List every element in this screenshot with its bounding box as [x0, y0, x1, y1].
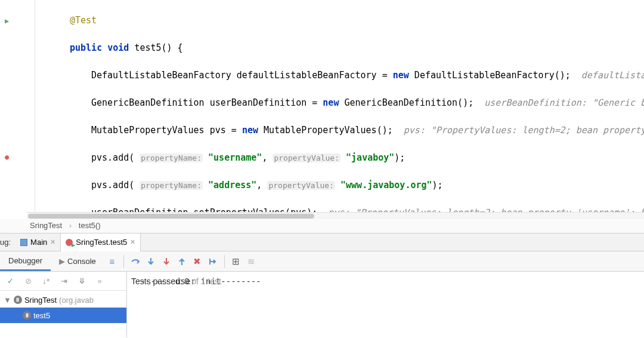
show-passed-icon[interactable]: ✓	[4, 275, 17, 288]
chevron-down-icon[interactable]: ▼	[4, 296, 11, 305]
annotation: @Test	[70, 15, 97, 26]
close-icon[interactable]: ✕	[50, 238, 55, 246]
code-content[interactable]: @Test public void test5() { DefaultLista…	[35, 0, 644, 212]
paused-status-icon: ⏸	[23, 311, 31, 319]
settings-icon[interactable]: ≡	[104, 254, 120, 269]
close-icon[interactable]: ✕	[130, 238, 135, 246]
run-config-tabs: ug: Main ✕ SringTest.test5 ✕	[0, 233, 644, 251]
status-suffix: of 1 test	[189, 276, 221, 286]
code-text: );	[432, 180, 443, 190]
kw-new: new	[242, 125, 258, 136]
separator	[224, 255, 225, 268]
tab-label: Main	[30, 238, 47, 247]
tests-passed-status: Tests passed: 0 of 1 test	[131, 276, 221, 286]
kw-new: new	[323, 97, 339, 108]
show-ignored-icon[interactable]: ⊘	[21, 275, 35, 288]
test-tree-body[interactable]: ▼ ⏸ SringTest (org.javab ⏸ test5	[0, 291, 126, 323]
method-name: test5() {	[134, 42, 182, 53]
run-to-cursor-icon[interactable]	[205, 254, 221, 269]
test-tree-item-test5[interactable]: ⏸ test5	[0, 308, 126, 323]
code-text: ,	[256, 180, 267, 190]
tab-label: Console	[67, 257, 96, 266]
code-text: DefaultListableBeanFactory();	[409, 70, 581, 81]
test-tree-root[interactable]: ▼ ⏸ SringTest (org.javab	[0, 292, 126, 308]
breadcrumb[interactable]: SringTest › test5()	[0, 219, 644, 233]
status-label: Tests passed:	[131, 276, 185, 286]
run-gutter-icon[interactable]: ▶	[5, 17, 9, 25]
code-text: MutablePropertyValues();	[258, 125, 404, 136]
drop-frame-icon[interactable]: ✖	[190, 254, 205, 269]
separator	[123, 255, 124, 268]
breadcrumb-class[interactable]: SringTest	[30, 221, 62, 230]
paused-status-icon: ⏸	[14, 296, 22, 304]
debug-lower-panel: ✓ ⊘ ↓ᵃ ⇥ ⤋ » Tests passed: 0 of 1 test ▼…	[0, 272, 644, 337]
kw-void: void	[107, 42, 129, 53]
tab-label: SringTest.test5	[76, 238, 127, 247]
test-tree-toolbar: ✓ ⊘ ↓ᵃ ⇥ ⤋ » Tests passed: 0 of 1 test	[0, 272, 126, 291]
param-hint: propertyValue:	[267, 181, 335, 190]
chevron-right-icon: ›	[69, 221, 72, 230]
tab-main[interactable]: Main ✕	[16, 233, 60, 251]
breadcrumb-method[interactable]: test5()	[79, 221, 101, 230]
kw-new: new	[393, 70, 409, 81]
tab-sringtest[interactable]: SringTest.test5 ✕	[60, 233, 141, 251]
test-tree-panel: ✓ ⊘ ↓ᵃ ⇥ ⤋ » Tests passed: 0 of 1 test ▼…	[0, 272, 127, 337]
code-text: DefaultListableBeanFactory defaultListab…	[91, 70, 393, 81]
string-literal: "www.javaboy.org"	[340, 180, 432, 190]
expand-icon[interactable]: ⤋	[75, 275, 88, 288]
code-text: pvs.add(	[91, 152, 140, 163]
debug-panel: ug: Main ✕ SringTest.test5 ✕ Debugger ▶ …	[0, 233, 644, 337]
string-literal: "address"	[208, 180, 256, 190]
param-hint: propertyName:	[140, 181, 203, 190]
string-literal: "username"	[208, 152, 262, 163]
step-out-icon[interactable]	[174, 254, 190, 269]
package-name: (org.javab	[59, 296, 94, 305]
code-text: pvs.add(	[91, 180, 140, 190]
editor-gutter: ▶ ●	[0, 0, 27, 212]
debugger-tab[interactable]: Debugger	[0, 251, 51, 271]
param-hint: propertyName:	[140, 153, 203, 162]
test-class-name: SringTest	[24, 296, 57, 305]
step-over-icon[interactable]	[128, 254, 143, 269]
sort-icon[interactable]: ↓ᵃ	[39, 275, 52, 288]
code-editor[interactable]: ▶ ● @Test public void test5() { DefaultL…	[0, 0, 644, 212]
inline-hint: pvs: "PropertyValues: length=2; bean pro…	[328, 207, 644, 212]
trace-icon[interactable]: ≋	[244, 254, 259, 269]
code-text: ,	[262, 152, 273, 163]
inline-hint: userBeanDefinition: "Generic bean: c	[484, 97, 644, 108]
debug-tool-label: ug:	[0, 238, 16, 247]
kw-public: public	[70, 42, 102, 53]
force-step-into-icon[interactable]	[159, 254, 174, 269]
debugger-toolbar: Debugger ▶ Console ≡ ✖ ⊞ ≋	[0, 251, 644, 272]
scrollbar-thumb[interactable]	[28, 214, 314, 219]
string-literal: "javaboy"	[346, 152, 394, 163]
param-hint: propertyValue:	[273, 153, 340, 162]
code-text: userBeanDefinition.setPropertyValues(pvs…	[91, 207, 328, 212]
code-text: MutablePropertyValues pvs =	[91, 125, 242, 136]
inline-hint: pvs: "PropertyValues: length=2; bean pro…	[404, 125, 644, 136]
code-text: GenericBeanDefinition();	[339, 97, 484, 108]
test-method-name: test5	[33, 311, 50, 320]
evaluate-icon[interactable]: ⊞	[228, 254, 244, 269]
horizontal-scrollbar[interactable]	[27, 212, 644, 219]
console-icon: ▶	[59, 257, 65, 266]
chevron-right-icon[interactable]: »	[93, 275, 106, 288]
console-tab[interactable]: ▶ Console	[51, 251, 104, 271]
test-run-icon	[66, 239, 73, 246]
breakpoint-icon[interactable]: ●	[5, 153, 9, 161]
inline-hint: defaultListableBea	[581, 70, 644, 81]
code-text: );	[394, 152, 405, 163]
code-text: GenericBeanDefinition userBeanDefinition…	[91, 97, 323, 108]
application-icon	[20, 239, 27, 246]
fold-gutter	[27, 0, 35, 212]
collapse-icon[interactable]: ⇥	[57, 275, 70, 288]
step-into-icon[interactable]	[143, 254, 159, 269]
